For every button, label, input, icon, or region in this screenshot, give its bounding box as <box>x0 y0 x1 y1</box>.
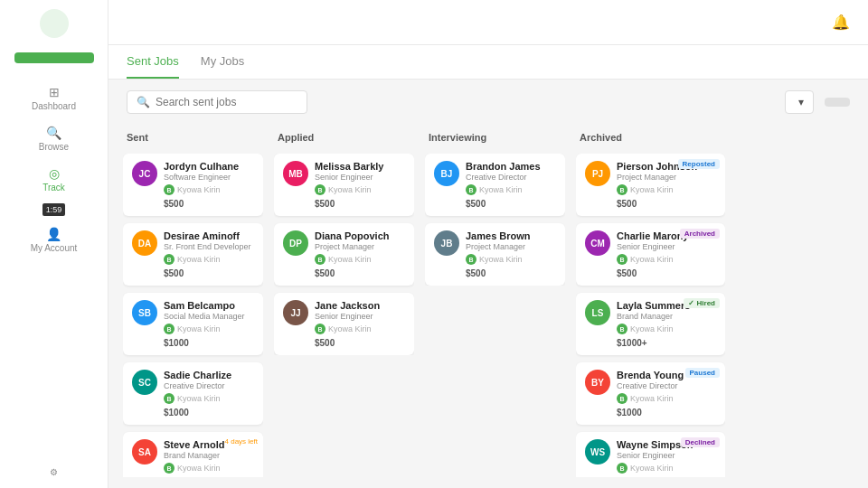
card-info: James Brown Project Manager B Kyowa Kiri… <box>466 230 556 278</box>
table-row[interactable]: MB Melissa Barkly Senior Engineer B Kyow… <box>274 154 414 216</box>
card-via: Kyowa Kirin <box>328 255 372 264</box>
card-name: Melissa Barkly <box>315 161 405 172</box>
table-row[interactable]: DA Desirae Aminoff Sr. Front End Develop… <box>123 223 263 286</box>
table-row[interactable]: Declined WS Wayne Simpson Senior Enginee… <box>576 432 725 477</box>
table-row[interactable]: 4 days left SA Steve Arnold Brand Manage… <box>123 432 263 477</box>
card-via: Kyowa Kirin <box>177 324 221 333</box>
track-icon: ◎ <box>49 166 60 181</box>
search-input[interactable] <box>156 96 291 108</box>
table-row[interactable]: Reposted PJ Pierson Johnson Project Mana… <box>576 154 725 216</box>
sidebar-item-track[interactable]: ◎Track <box>0 159 108 200</box>
table-row[interactable]: Paused BY Brenda Young Creative Director… <box>576 362 725 425</box>
column-header-applied: Applied <box>274 125 414 146</box>
sidebar-item-browse[interactable]: 🔍Browse <box>0 118 108 159</box>
card-name: Diana Popovich <box>315 230 405 241</box>
boon-icon: B <box>315 184 326 195</box>
card-via: Kyowa Kirin <box>177 255 221 264</box>
avatar: DP <box>283 230 308 256</box>
avatar: DA <box>132 230 157 256</box>
card-meta: B Kyowa Kirin <box>164 254 254 265</box>
card-info: Sam Belcampo Social Media Manager B Kyow… <box>164 300 254 348</box>
column-cards-sent: JC Jordyn Culhane Software Engineer B Ky… <box>123 154 263 477</box>
card-meta: B Kyowa Kirin <box>617 184 716 195</box>
card-amount: $500 <box>617 199 716 209</box>
card-via: Kyowa Kirin <box>630 255 674 264</box>
card-name: Sadie Charlize <box>164 370 254 380</box>
card-amount: $500 <box>466 268 556 278</box>
card-header: JJ Jane Jackson Senior Engineer B Kyowa … <box>283 300 405 348</box>
card-role: Senior Engineer <box>617 451 716 460</box>
card-info: Jordyn Culhane Software Engineer B Kyowa… <box>164 161 254 209</box>
tabs-bar: Sent Jobs My Jobs <box>108 45 868 80</box>
admin-icon: ⚙ <box>50 467 58 477</box>
card-meta: B Kyowa Kirin <box>617 324 716 334</box>
table-row[interactable]: JB James Brown Project Manager B Kyowa K… <box>425 223 565 286</box>
card-meta: B Kyowa Kirin <box>617 393 716 404</box>
search-box[interactable]: 🔍 <box>127 90 307 114</box>
card-name: Brandon James <box>466 161 556 172</box>
card-info: Melissa Barkly Senior Engineer B Kyowa K… <box>315 161 405 209</box>
sidebar-logo <box>40 9 69 38</box>
card-info: Desirae Aminoff Sr. Front End Developer … <box>164 230 254 278</box>
avatar: JB <box>434 230 459 256</box>
table-row[interactable]: Archived CM Charlie Marony Senior Engine… <box>576 223 725 286</box>
toolbar: 🔍 ▾ <box>108 80 868 125</box>
card-header: DP Diana Popovich Project Manager B Kyow… <box>283 230 405 278</box>
boon-icon: B <box>617 324 627 334</box>
tab-sent-jobs[interactable]: Sent Jobs <box>127 45 179 79</box>
avatar: MB <box>283 161 308 186</box>
column-archived: Archived Reposted PJ Pierson Johnson Pro… <box>576 125 725 477</box>
card-meta: B Kyowa Kirin <box>617 463 716 474</box>
card-amount: $1000 <box>164 338 254 348</box>
table-row[interactable]: DP Diana Popovich Project Manager B Kyow… <box>274 223 414 286</box>
status-badge: Archived <box>680 229 720 239</box>
table-row[interactable]: BJ Brandon James Creative Director B Kyo… <box>425 154 565 216</box>
sort-dropdown[interactable]: ▾ <box>785 90 814 114</box>
card-amount: $500 <box>164 199 254 209</box>
avatar: JJ <box>283 300 308 325</box>
boon-icon: B <box>315 324 326 334</box>
column-cards-archived: Reposted PJ Pierson Johnson Project Mana… <box>576 154 725 477</box>
boon-icon: B <box>315 254 326 265</box>
card-header: DA Desirae Aminoff Sr. Front End Develop… <box>132 230 254 278</box>
table-row[interactable]: JC Jordyn Culhane Software Engineer B Ky… <box>123 154 263 216</box>
table-row[interactable]: SC Sadie Charlize Creative Director B Ky… <box>123 362 263 425</box>
filter-button[interactable] <box>825 98 850 107</box>
bell-icon[interactable]: 🔔 <box>832 14 850 31</box>
card-amount: $500 <box>164 268 254 278</box>
table-row[interactable]: ✓ Hired LS Layla Summers Brand Manager B… <box>576 293 725 355</box>
boon-icon: B <box>164 184 175 195</box>
table-row[interactable]: SB Sam Belcampo Social Media Manager B K… <box>123 293 263 355</box>
sidebar-item-admin-panel[interactable]: ⚙ <box>50 467 58 479</box>
column-header-interviewing: Interviewing <box>425 125 565 146</box>
card-via: Kyowa Kirin <box>479 185 523 194</box>
avatar: PJ <box>585 161 610 186</box>
column-applied: Applied MB Melissa Barkly Senior Enginee… <box>274 125 414 477</box>
card-header: SC Sadie Charlize Creative Director B Ky… <box>132 370 254 418</box>
card-role: Brand Manager <box>164 451 254 460</box>
card-name: Jordyn Culhane <box>164 161 254 172</box>
card-via: Kyowa Kirin <box>630 185 674 194</box>
avatar: SC <box>132 370 157 395</box>
new-referral-button[interactable] <box>14 52 94 63</box>
avatar: BJ <box>434 161 459 186</box>
card-role: Creative Director <box>617 381 716 390</box>
card-role: Senior Engineer <box>617 242 716 251</box>
column-interviewing: Interviewing BJ Brandon James Creative D… <box>425 125 565 477</box>
sidebar-item-dashboard[interactable]: ⊞Dashboard <box>0 78 108 118</box>
card-header: BJ Brandon James Creative Director B Kyo… <box>434 161 556 209</box>
card-role: Project Manager <box>315 242 405 251</box>
card-amount: $500 <box>315 268 405 278</box>
card-amount: $500 <box>315 199 405 209</box>
card-name: James Brown <box>466 230 556 241</box>
card-role: Senior Engineer <box>315 173 405 182</box>
column-header-sent: Sent <box>123 125 263 146</box>
card-meta: B Kyowa Kirin <box>315 324 405 334</box>
avatar: SB <box>132 300 157 325</box>
card-role: Senior Engineer <box>315 312 405 321</box>
table-row[interactable]: JJ Jane Jackson Senior Engineer B Kyowa … <box>274 293 414 355</box>
tab-my-jobs[interactable]: My Jobs <box>201 45 244 79</box>
sidebar-item-my-account[interactable]: 👤My Account <box>0 220 108 260</box>
column-cards-applied: MB Melissa Barkly Senior Engineer B Kyow… <box>274 154 414 355</box>
card-amount: $1000 <box>617 408 716 418</box>
